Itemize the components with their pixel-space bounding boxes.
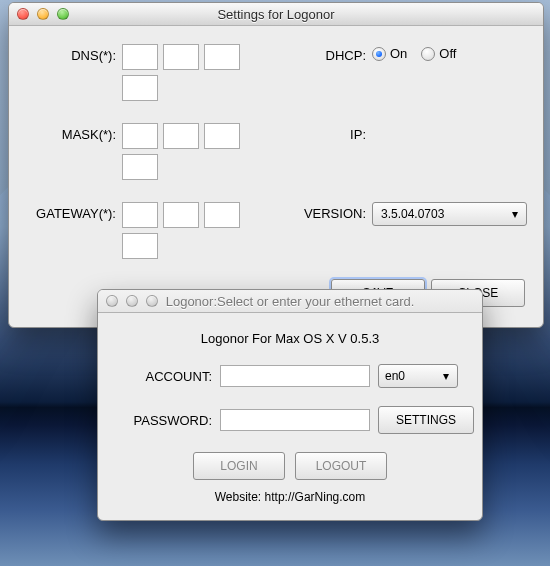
password-input[interactable]	[220, 409, 370, 431]
settings-window: Settings for Logonor DNS(*): DHCP: On Of…	[8, 2, 544, 328]
ip-label: IP:	[277, 123, 372, 142]
login-button[interactable]: LOGIN	[193, 452, 285, 480]
dns-octet-3[interactable]	[204, 44, 240, 70]
dhcp-on-label: On	[390, 46, 407, 61]
gateway-octets	[122, 202, 277, 259]
radio-checked-icon	[372, 47, 386, 61]
settings-button[interactable]: SETTINGS	[378, 406, 474, 434]
dhcp-label: DHCP:	[277, 44, 372, 63]
main-titlebar[interactable]: Logonor:Select or enter your ethernet ca…	[98, 290, 482, 313]
dns-label: DNS(*):	[27, 44, 122, 63]
interface-value: en0	[385, 369, 405, 383]
logout-button[interactable]: LOGOUT	[295, 452, 387, 480]
website-line: Website: http://GarNing.com	[122, 490, 458, 504]
gateway-label: GATEWAY(*):	[27, 202, 122, 221]
settings-title: Settings for Logonor	[9, 7, 543, 22]
gateway-octet-3[interactable]	[204, 202, 240, 228]
minimize-icon[interactable]	[37, 8, 49, 20]
version-value: 3.5.04.0703	[381, 207, 444, 221]
mask-octet-2[interactable]	[163, 123, 199, 149]
chevron-down-icon: ▾	[439, 369, 453, 383]
gateway-octet-2[interactable]	[163, 202, 199, 228]
main-window: Logonor:Select or enter your ethernet ca…	[97, 289, 483, 521]
account-input[interactable]	[220, 365, 370, 387]
radio-unchecked-icon	[421, 47, 435, 61]
dns-octet-1[interactable]	[122, 44, 158, 70]
traffic-lights-inactive	[98, 295, 158, 307]
close-icon[interactable]	[106, 295, 118, 307]
dns-octet-2[interactable]	[163, 44, 199, 70]
minimize-icon[interactable]	[126, 295, 138, 307]
zoom-icon[interactable]	[57, 8, 69, 20]
version-label: VERSION:	[277, 202, 372, 221]
mask-octet-1[interactable]	[122, 123, 158, 149]
main-heading: Logonor For Max OS X V 0.5.3	[122, 331, 458, 346]
password-label: PASSWORD:	[122, 413, 212, 428]
dns-octets	[122, 44, 277, 101]
account-label: ACCOUNT:	[122, 369, 212, 384]
mask-octets	[122, 123, 277, 180]
zoom-icon[interactable]	[146, 295, 158, 307]
traffic-lights	[9, 8, 69, 20]
dhcp-off-label: Off	[439, 46, 456, 61]
close-icon[interactable]	[17, 8, 29, 20]
dhcp-on-radio[interactable]: On	[372, 46, 407, 61]
dhcp-off-radio[interactable]: Off	[421, 46, 456, 61]
dns-octet-4[interactable]	[122, 75, 158, 101]
mask-octet-3[interactable]	[204, 123, 240, 149]
mask-label: MASK(*):	[27, 123, 122, 142]
settings-titlebar[interactable]: Settings for Logonor	[9, 3, 543, 26]
chevron-down-icon: ▾	[508, 207, 522, 221]
version-select[interactable]: 3.5.04.0703 ▾	[372, 202, 527, 226]
gateway-octet-4[interactable]	[122, 233, 158, 259]
interface-select[interactable]: en0 ▾	[378, 364, 458, 388]
gateway-octet-1[interactable]	[122, 202, 158, 228]
mask-octet-4[interactable]	[122, 154, 158, 180]
